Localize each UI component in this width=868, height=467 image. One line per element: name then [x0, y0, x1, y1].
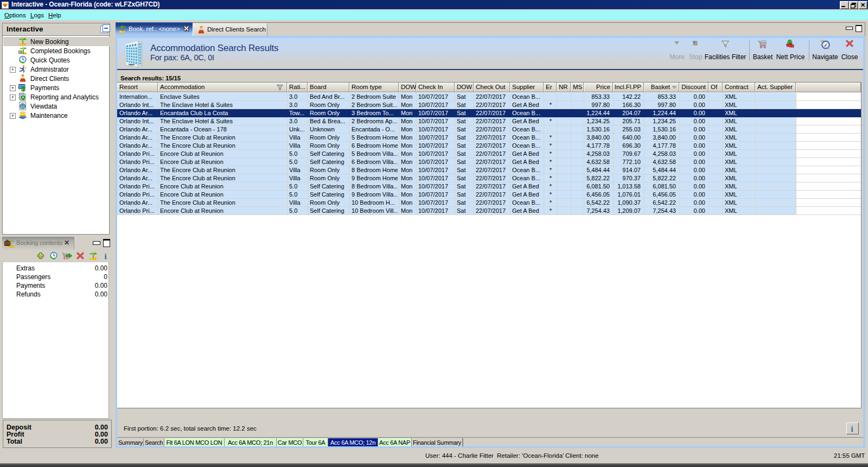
svg-text:i: i [105, 252, 107, 261]
svg-text:i: i [851, 425, 853, 433]
svg-text:$: $ [21, 85, 25, 92]
